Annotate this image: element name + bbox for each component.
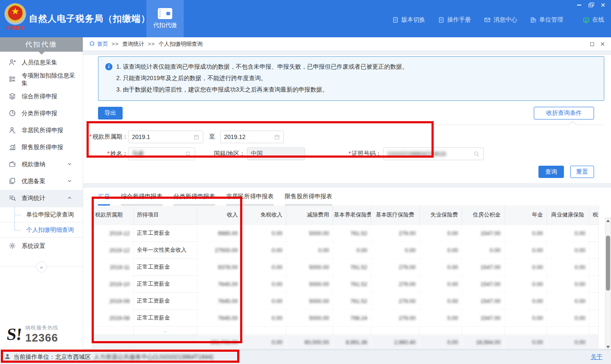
section-gap xyxy=(83,183,611,188)
notice-box: i 1. 该查询统计表仅能查询已申报成功的数据，不包含未申报、申报失败，已申报但… xyxy=(98,56,604,101)
reset-button[interactable]: 重置 xyxy=(570,166,594,178)
menu-message-center[interactable]: 消息中心 xyxy=(484,16,517,24)
about-link[interactable]: 关于 xyxy=(591,353,603,361)
header-menu: 版本切换 操作手册 消息中心 单位管理 在线 xyxy=(379,16,604,24)
id-number-input[interactable]: 110102199804220616 xyxy=(383,147,484,160)
close-button[interactable]: ✕ xyxy=(599,2,607,8)
panel-maximize-icon[interactable] xyxy=(590,42,594,46)
sidebar-menu: 人员信息采集 专项附加扣除信息采集 综合所得申报 分类所得申报 非居民所得申报 … xyxy=(0,54,83,272)
sidebar-item-nonresident-income[interactable]: 非居民所得申报 xyxy=(0,122,83,139)
gear-icon xyxy=(8,242,22,251)
menu-manual[interactable]: 操作手册 xyxy=(438,16,471,24)
sidebar-subitem-unit-declaration-records[interactable]: 单位申报记录查询 xyxy=(0,207,83,222)
panel-close-icon[interactable]: ✕ xyxy=(600,41,605,47)
menu-unit-management[interactable]: 单位管理 xyxy=(530,16,563,24)
chevron-down-icon xyxy=(67,178,78,185)
nationality-label: 国籍/地区： xyxy=(195,150,245,158)
vertical-scrollbar[interactable] xyxy=(605,217,611,348)
breadcrumb-home[interactable]: 首页 xyxy=(89,40,108,48)
col-income-item: 所得项目 xyxy=(133,206,197,225)
hotline-block: S! 纳税服务热线 12366 xyxy=(7,324,59,345)
tab-withholding-label: 代扣代缴 xyxy=(153,22,177,29)
table-header-row: 税款所属期 所得项目 收入 免税收入 减除费用 基本养老保险费 基本医疗保险费 … xyxy=(92,206,598,225)
col-annuity: 年金 xyxy=(504,206,547,225)
query-button[interactable]: 查询 xyxy=(538,166,564,178)
wallet-outline-icon xyxy=(8,160,22,169)
col-medical: 基本医疗保险费 xyxy=(371,206,419,225)
table-row-clipped: .. xyxy=(92,326,598,334)
notice-line-1: 1. 该查询统计表仅能查询已申报成功的数据，不包含未申报、申报失败，已申报但已作… xyxy=(116,61,408,72)
user-icon xyxy=(4,353,11,361)
sidebar-subitem-personal-withholding-detail[interactable]: 个人扣缴明细查询 xyxy=(0,222,83,237)
table-row[interactable]: 2019-12全年一次性奖金收入 27500.000.00 0.000.00 0… xyxy=(92,242,598,258)
sidebar-item-personnel-info[interactable]: 人员信息采集 xyxy=(0,54,83,71)
status-bar: 当前操作单位：北京市西城区 人力资源公共服务中心(1J1010213964T18… xyxy=(0,350,611,364)
search-icon[interactable] xyxy=(473,150,480,157)
breadcrumb: 首页 >> 查询统计 >> 个人扣缴明细查询 ✕ xyxy=(83,37,611,51)
period-end-input[interactable]: 2019.12 xyxy=(220,131,284,143)
tab-withholding[interactable]: 代扣代缴 xyxy=(146,0,184,37)
scroll-down-arrow[interactable] xyxy=(605,345,611,349)
sidebar-item-preferential-filing[interactable]: 优惠备案 xyxy=(0,173,83,190)
scroll-up-arrow[interactable] xyxy=(605,218,611,223)
menu-version-switch[interactable]: 版本切换 xyxy=(392,16,425,24)
sidebar-collapse-row: « xyxy=(0,261,83,272)
sidebar-item-special-deduction[interactable]: 专项附加扣除信息采集 xyxy=(0,71,83,88)
table-row[interactable]: 2019-09正常工资薪金 7645.000.00 5000.00761.52 … xyxy=(92,292,598,309)
sidebar-collapse-button[interactable]: « xyxy=(36,261,47,272)
sidebar-item-classified-income[interactable]: 分类所得申报 xyxy=(0,105,83,122)
nationality-input: 中国 xyxy=(247,147,305,160)
tab-nonresident-income-form[interactable]: 非居民所得申报表 xyxy=(226,193,274,206)
breadcrumb-item-personal-withholding-detail: 个人扣缴明细查询 xyxy=(158,40,202,48)
chevron-down-icon xyxy=(67,161,78,168)
sidebar-item-comprehensive-income[interactable]: 综合所得申报 xyxy=(0,88,83,105)
query-form: *税款所属期： 2019.1 至 2019.12 *姓名： 马建 xyxy=(83,128,611,162)
toolbar: 导出 收折查询条件 xyxy=(98,107,594,119)
col-fee-deduction: 减除费用 xyxy=(286,206,333,225)
tab-restricted-stock-form[interactable]: 限售股所得申报表 xyxy=(285,193,332,206)
list-icon xyxy=(8,75,22,84)
name-value: 马建 xyxy=(132,150,144,158)
col-pension: 基本养老保险费 xyxy=(333,206,371,225)
result-table-zone: 税款所属期 所得项目 收入 免税收入 减除费用 基本养老保险费 基本医疗保险费 … xyxy=(92,206,604,348)
home-icon xyxy=(89,40,95,47)
collapse-query-conditions-button[interactable]: 收折查询条件 xyxy=(534,107,594,119)
vertical-scroll-thumb[interactable] xyxy=(606,236,610,291)
breadcrumb-item-query-statistics[interactable]: 查询统计 xyxy=(122,40,144,48)
search-icon[interactable] xyxy=(185,150,191,157)
building-icon xyxy=(530,17,537,23)
tax-bureau-logo: ★ 中国税务 xyxy=(3,3,27,36)
table-row[interactable]: 2019-12正常工资薪金 9985.000.00 5000.00761.52 … xyxy=(92,225,598,242)
current-operating-unit-detail: 人力资源公共服务中心(1J1010213964T1844) xyxy=(94,353,213,361)
tab-comprehensive-income-form[interactable]: 综合所得申报表 xyxy=(121,193,163,206)
col-unemployment: 失业保险费 xyxy=(419,206,462,225)
app-window: ★ 中国税务 自然人电子税务局（扣缴端） 代扣代缴 版本切换 操作手册 消息中心 xyxy=(0,0,611,364)
tab-summary[interactable]: 汇总 xyxy=(98,193,110,206)
national-emblem-icon: ★ xyxy=(5,3,26,25)
col-housing-fund: 住房公积金 xyxy=(462,206,504,225)
restore-button[interactable] xyxy=(587,2,595,8)
table-row[interactable]: 2019-10正常工资薪金 7645.000.00 5000.00761.52 … xyxy=(92,275,598,292)
info-icon: i xyxy=(105,63,112,70)
period-start-input[interactable]: 2019.1 xyxy=(128,131,203,143)
table-row[interactable]: 2019-11正常工资薪金 9378.000.00 5000.00761.52 … xyxy=(92,258,598,275)
sidebar-item-tax-payment[interactable]: 税款缴纳 xyxy=(0,156,83,173)
sidebar-item-restricted-stock[interactable]: 限售股所得申报 xyxy=(0,139,83,156)
result-tabs: 汇总 综合所得申报表 分类所得申报表 非居民所得申报表 限售股所得申报表 xyxy=(98,193,611,206)
sidebar-cap: 代扣代缴 xyxy=(0,37,83,52)
person-icon xyxy=(8,126,22,135)
sidebar-item-system-settings[interactable]: 系统设置 xyxy=(0,238,83,255)
online-status[interactable]: 在线 xyxy=(583,16,604,24)
id-number-label: *证照号码： xyxy=(305,150,381,158)
sidebar-item-query-statistics[interactable]: 查询统计 xyxy=(0,190,83,207)
period-to-label: 至 xyxy=(209,133,215,141)
name-input[interactable]: 马建 xyxy=(128,147,195,160)
table-total-row: ---- 161,741.000.00 60,000.008,991.36 2,… xyxy=(92,334,598,348)
calendar-icon xyxy=(274,134,280,140)
table-row[interactable]: 2019-08正常工资薪金 7645.000.00 5000.00798.24 … xyxy=(92,309,598,326)
tab-classified-income-form[interactable]: 分类所得申报表 xyxy=(174,193,215,206)
minimize-button[interactable] xyxy=(575,2,583,8)
export-button[interactable]: 导出 xyxy=(98,107,123,119)
calendar-icon xyxy=(193,134,199,140)
sidebar: 代扣代缴 人员信息采集 专项附加扣除信息采集 综合所得申报 分类所得申报 非居民… xyxy=(0,37,83,350)
